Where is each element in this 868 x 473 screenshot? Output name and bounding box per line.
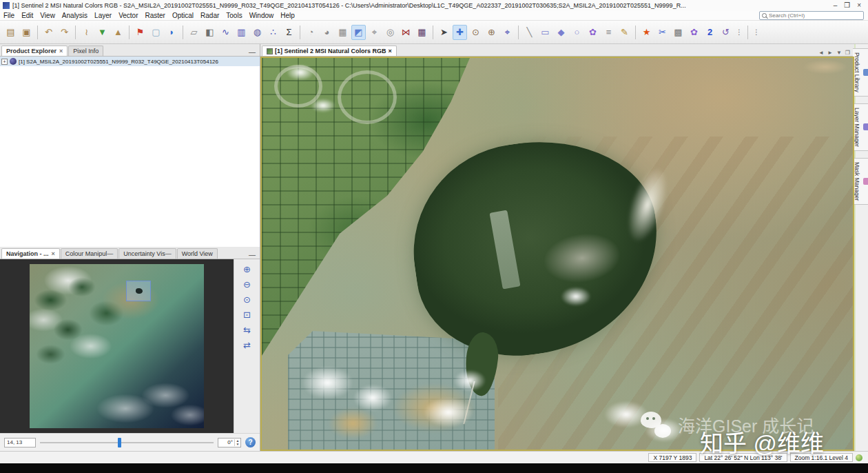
menu-tools[interactable]: Tools — [223, 10, 245, 21]
navigation-thumbnail[interactable] — [30, 264, 204, 428]
tab-close-icon[interactable]: × — [389, 48, 392, 54]
tab-product-library[interactable]: Product Library — [853, 48, 868, 97]
scatter-plot-icon[interactable]: ∴ — [266, 25, 280, 40]
draw-rectangle-icon[interactable]: ▭ — [538, 25, 552, 40]
tab-navigation[interactable]: Navigation - ...× — [1, 248, 60, 259]
geocoding-icon[interactable]: ◔ — [304, 25, 318, 40]
zoom-slider-thumb[interactable] — [118, 438, 121, 447]
gcp-manager-icon[interactable]: ⌖ — [367, 25, 382, 40]
polygon-select-icon[interactable]: ▱ — [187, 25, 201, 40]
subset-icon[interactable]: ≀ — [79, 25, 94, 40]
statistics-icon[interactable]: Σ — [282, 25, 296, 40]
pan-tool-icon[interactable]: ✚ — [453, 25, 467, 40]
panel-minimize-icon[interactable]: — — [245, 251, 260, 259]
scissors-icon[interactable]: ✂ — [655, 25, 670, 40]
draw-polygon-icon[interactable]: ◆ — [554, 25, 568, 40]
search-box[interactable] — [759, 11, 864, 20]
import-icon[interactable]: ▼ — [95, 25, 110, 40]
table-view-icon[interactable]: ▦ — [415, 25, 429, 40]
select-cursor-icon[interactable]: ➤ — [437, 25, 451, 40]
split-view-icon[interactable]: ⋈ — [399, 25, 413, 40]
zoom-factor-field[interactable]: 14, 13 — [4, 438, 36, 447]
title-bar: [1] Sentinel 2 MSI Natural Colors RGB - … — [0, 0, 868, 10]
field-ring-pattern — [338, 70, 397, 124]
zoom-slider[interactable] — [40, 438, 214, 447]
tiepoint-grid-icon[interactable]: ▦ — [335, 25, 350, 40]
draw-line-icon[interactable]: ╲ — [522, 25, 537, 40]
sync-views-icon[interactable]: ⇆ — [240, 323, 254, 336]
tab-world-view[interactable]: World View — [177, 248, 218, 259]
flag-icon[interactable]: ⚑ — [133, 25, 147, 40]
tab-close-icon[interactable]: × — [59, 48, 63, 54]
draw-ellipse-icon[interactable]: ○ — [570, 25, 584, 40]
tabs-list-icon[interactable]: ▼ — [836, 50, 842, 56]
minimize-button[interactable]: – — [834, 1, 838, 9]
orbit-icon[interactable]: ◕ — [320, 25, 334, 40]
zoom-out-icon[interactable]: ⊖ — [240, 277, 254, 291]
panel-minimize-icon[interactable]: — — [245, 48, 260, 56]
toolbar-overflow-icon[interactable]: ⋮ — [736, 28, 743, 36]
number2-icon[interactable]: 2 — [703, 25, 717, 40]
tab-layer-manager[interactable]: Layer Manager — [853, 103, 868, 151]
brush-icon[interactable]: ◗ — [165, 25, 179, 40]
export-icon[interactable]: ▲ — [111, 25, 125, 40]
measure-icon[interactable]: ≡ — [601, 25, 616, 40]
menu-radar[interactable]: Radar — [197, 10, 223, 21]
tab-pixel-info[interactable]: Pixel Info — [68, 46, 103, 56]
zoom-tool-icon[interactable]: ⊙ — [468, 25, 483, 40]
menu-window[interactable]: Window — [246, 10, 278, 21]
pin-manager-icon[interactable]: ◎ — [383, 25, 397, 40]
menu-view[interactable]: View — [37, 10, 59, 21]
open-product-icon[interactable]: ▤ — [3, 25, 18, 40]
profile-plot-icon[interactable]: ◍ — [250, 25, 265, 40]
menu-vector[interactable]: Vector — [115, 10, 141, 21]
swirl-icon[interactable]: ↺ — [719, 25, 733, 40]
menu-analysis[interactable]: Analysis — [59, 10, 91, 21]
magic-wand-icon[interactable]: ✿ — [586, 25, 600, 40]
search-input[interactable] — [769, 12, 861, 19]
tabs-prev-icon[interactable]: ◄ — [818, 50, 824, 56]
menu-raster[interactable]: Raster — [141, 10, 168, 21]
contrast-icon[interactable]: ◧ — [203, 25, 217, 40]
tab-close-icon[interactable]: × — [52, 250, 55, 257]
zoom-in-icon[interactable]: ⊕ — [240, 262, 254, 276]
reproject-icon[interactable]: ▢ — [149, 25, 163, 40]
grapes-icon[interactable]: ✿ — [687, 25, 701, 40]
pencil-icon[interactable]: ✎ — [617, 25, 632, 40]
menu-help[interactable]: Help — [277, 10, 298, 21]
rotation-spinner[interactable]: 0° ▲▼ — [218, 438, 241, 447]
mask-tool-icon[interactable]: ◩ — [351, 25, 366, 40]
product-tree-item[interactable]: + [1] S2A_MSIL2A_20191002T025551_N9999_R… — [0, 57, 260, 66]
zoom-selection-icon[interactable]: ⊙ — [240, 292, 254, 306]
tab-image-view[interactable]: [1] Sentinel 2 MSI Natural Colors RGB × — [262, 46, 397, 56]
histogram-icon[interactable]: ▥ — [234, 25, 249, 40]
tab-product-explorer[interactable]: Product Explorer× — [1, 46, 68, 56]
menu-edit[interactable]: Edit — [18, 10, 37, 21]
sync-cursor-icon[interactable]: ⇄ — [240, 338, 254, 352]
close-button[interactable]: × — [857, 1, 861, 9]
help-button[interactable]: ? — [245, 437, 256, 447]
spectrum-icon[interactable]: ∿ — [218, 25, 233, 40]
spinner-arrows-icon[interactable]: ▲▼ — [234, 439, 240, 446]
toolbar-overflow2-icon[interactable]: ⋮ — [753, 28, 760, 36]
tabs-maximize-icon[interactable]: ❐ — [845, 50, 850, 56]
gcp-insert-icon[interactable]: ⌖ — [500, 25, 515, 40]
navigation-view-rectangle[interactable] — [126, 281, 151, 301]
menu-file[interactable]: File — [0, 10, 18, 21]
redo-icon[interactable]: ↷ — [57, 25, 72, 40]
zoom-all-icon[interactable]: ⊡ — [240, 308, 254, 321]
tab-colour-manipulation[interactable]: Colour Manipul— — [61, 248, 118, 259]
menu-layer[interactable]: Layer — [91, 10, 115, 21]
zoom-plus-icon[interactable]: ⊕ — [484, 25, 499, 40]
product-stack-icon[interactable]: ▣ — [19, 25, 34, 40]
tab-mask-manager[interactable]: Mask Manager — [853, 158, 868, 205]
undo-icon[interactable]: ↶ — [41, 25, 56, 40]
tabs-next-icon[interactable]: ► — [827, 50, 833, 56]
star-tool-icon[interactable]: ★ — [639, 25, 654, 40]
tab-uncertainty[interactable]: Uncertainty Vis— — [118, 248, 176, 259]
tree-expander-icon[interactable]: + — [1, 59, 8, 65]
satellite-image-viewport[interactable] — [260, 57, 854, 451]
grid-mask-icon[interactable]: ▩ — [671, 25, 685, 40]
maximize-button[interactable]: ❒ — [844, 1, 850, 9]
menu-optical[interactable]: Optical — [169, 10, 197, 21]
